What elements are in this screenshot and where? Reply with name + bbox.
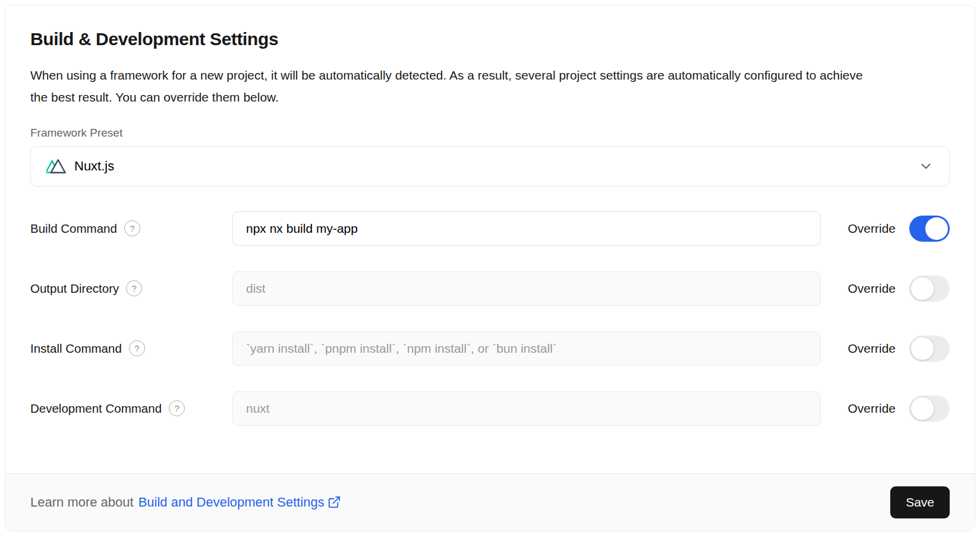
chevron-down-icon [918, 159, 934, 174]
setting-label-text: Output Directory [30, 281, 119, 296]
learn-more-prefix: Learn more about [30, 495, 134, 510]
setting-label-text: Development Command [30, 401, 162, 416]
setting-row-label: Install Command ? [30, 340, 232, 356]
override-control: Override [847, 336, 950, 362]
question-mark-circle-icon[interactable]: ? [169, 400, 185, 416]
card-description: When using a framework for a new project… [30, 65, 868, 109]
card-footer: Learn more about Build and Development S… [5, 473, 975, 531]
page-title: Build & Development Settings [30, 29, 950, 49]
save-button[interactable]: Save [890, 486, 950, 518]
override-control: Override [847, 216, 950, 242]
setting-input-wrap [232, 331, 821, 366]
framework-preset-value: Nuxt.js [74, 159, 910, 174]
toggle-knob [911, 337, 934, 360]
override-toggle[interactable] [909, 396, 950, 422]
override-toggle[interactable] [909, 276, 950, 302]
setting-row: Development Command ? Override [30, 391, 950, 426]
external-link-icon [327, 495, 341, 509]
settings-rows: Build Command ? Override Output Director… [30, 211, 950, 426]
override-toggle[interactable] [909, 336, 950, 362]
override-control: Override [847, 276, 950, 302]
setting-row-label: Output Directory ? [30, 280, 232, 296]
setting-input-wrap [232, 391, 821, 426]
setting-row: Output Directory ? Override [30, 271, 950, 306]
setting-input[interactable] [232, 391, 821, 426]
setting-input[interactable] [232, 331, 821, 366]
build-settings-docs-link[interactable]: Build and Development Settings [138, 495, 341, 510]
override-label: Override [847, 222, 896, 236]
override-toggle[interactable] [909, 216, 950, 242]
question-mark-circle-icon[interactable]: ? [129, 340, 145, 356]
learn-more-text: Learn more about Build and Development S… [30, 495, 341, 510]
override-label: Override [847, 341, 896, 356]
framework-preset-label: Framework Preset [30, 126, 950, 140]
setting-row-label: Development Command ? [30, 400, 232, 416]
setting-input[interactable] [232, 211, 821, 246]
setting-row: Install Command ? Override [30, 331, 950, 366]
question-mark-circle-icon[interactable]: ? [126, 280, 142, 296]
setting-input-wrap [232, 271, 821, 306]
question-mark-circle-icon[interactable]: ? [124, 220, 140, 236]
override-label: Override [847, 281, 896, 296]
setting-input-wrap [232, 211, 821, 246]
setting-label-text: Install Command [30, 341, 122, 356]
override-label: Override [847, 401, 896, 416]
toggle-knob [911, 397, 934, 420]
card-body: Build & Development Settings When using … [5, 5, 975, 473]
docs-link-label: Build and Development Settings [138, 495, 324, 510]
toggle-knob [925, 217, 948, 240]
build-settings-card: Build & Development Settings When using … [5, 5, 975, 531]
setting-row-label: Build Command ? [30, 220, 232, 236]
setting-label-text: Build Command [30, 222, 117, 236]
setting-input[interactable] [232, 271, 821, 306]
toggle-knob [911, 277, 934, 300]
nuxt-logo-icon [46, 159, 66, 174]
override-control: Override [847, 396, 950, 422]
setting-row: Build Command ? Override [30, 211, 950, 246]
framework-preset-select[interactable]: Nuxt.js [30, 146, 950, 186]
